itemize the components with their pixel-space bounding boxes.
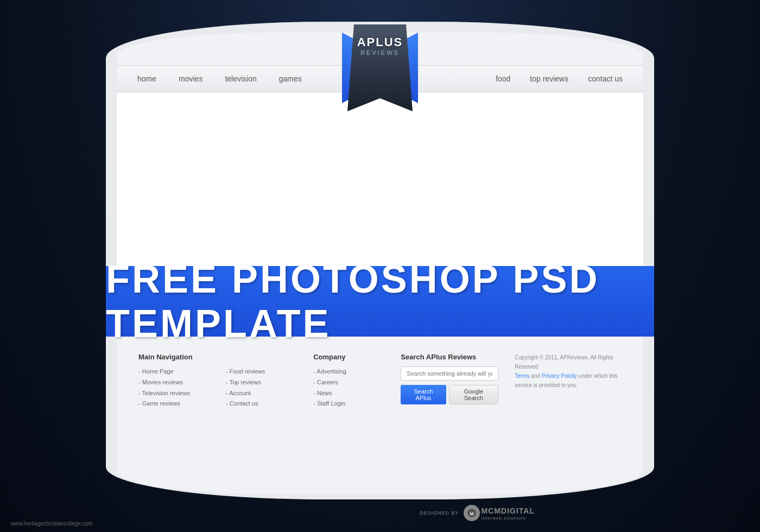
footer-link-home[interactable]: - Home Page: [138, 366, 210, 377]
nav-movies[interactable]: movies: [174, 72, 207, 86]
footer-company-sub-nav: x - Food reviews - Top reviews - Account…: [226, 353, 297, 409]
logo-text-area: APLUS REVIEWS: [353, 35, 407, 56]
mcm-logo: M MCMDIGITAL interweb solutions: [464, 505, 535, 521]
footer-link-games[interactable]: - Game reviews: [138, 398, 210, 409]
mcm-icon-svg: M: [467, 508, 477, 518]
mcm-text-block: MCMDIGITAL interweb solutions: [482, 506, 535, 521]
footer-link-television[interactable]: - Television reviews: [138, 388, 210, 399]
blue-banner: FREE PHOTOSHOP PSD TEMPLATE: [106, 266, 654, 337]
footer-search-buttons: Search APlus Google Search: [401, 385, 498, 404]
site-inner-top: APLUS REVIEWS home movies television gam…: [117, 33, 643, 266]
logo-container: APLUS REVIEWS: [342, 24, 418, 122]
footer-staff-login[interactable]: - Staff Login: [313, 398, 384, 409]
site-top-container: APLUS REVIEWS home movies television gam…: [106, 22, 654, 266]
footer-company: Company - Advertising - Careers - News -…: [313, 353, 384, 409]
footer-main-nav-title: Main Navigation: [138, 353, 210, 361]
logo-ribbon: APLUS REVIEWS: [342, 24, 418, 122]
search-aplus-button[interactable]: Search APlus: [401, 385, 446, 404]
nav-home[interactable]: home: [133, 72, 161, 86]
google-search-button[interactable]: Google Search: [449, 385, 499, 404]
nav-left: home movies television games: [133, 72, 306, 86]
terms-link[interactable]: Terms: [515, 373, 529, 379]
footer-link-top-reviews[interactable]: - Top reviews: [226, 377, 297, 388]
designed-by-label: DESIGNED BY: [420, 510, 459, 516]
privacy-link[interactable]: Privacy Polcity: [542, 373, 577, 379]
footer-link-food[interactable]: - Food reviews: [226, 366, 297, 377]
footer-advertising[interactable]: - Advertising: [313, 366, 384, 377]
nav-food[interactable]: food: [491, 72, 515, 86]
mcm-company-name: MCMDIGITAL: [482, 506, 535, 515]
bottom-container: Main Navigation - Home Page - Movies rev…: [106, 337, 654, 532]
nav-contact[interactable]: contact us: [584, 72, 627, 86]
mockup-wrapper: APLUS REVIEWS home movies television gam…: [106, 22, 654, 532]
banner-text: FREE PHOTOSHOP PSD TEMPLATE: [106, 257, 654, 346]
footer-search-input[interactable]: [401, 366, 498, 381]
mcm-icon: M: [464, 505, 480, 521]
footer-careers[interactable]: - Careers: [313, 377, 384, 388]
copyright-text: Copyright © 2011, APReviews. All Rights …: [515, 353, 622, 371]
nav-top-reviews[interactable]: top reviews: [525, 72, 573, 86]
svg-text:M: M: [470, 511, 473, 516]
nav-television[interactable]: television: [220, 72, 261, 86]
bottom-site: Main Navigation - Home Page - Movies rev…: [106, 337, 654, 499]
footer-search-title: Search APlus Reviews: [401, 353, 498, 361]
footer-link-movies[interactable]: - Movies reviews: [138, 377, 210, 388]
copyright-links: Terms and Privacy Polcity under which th…: [515, 371, 622, 390]
footer-content: Main Navigation - Home Page - Movies rev…: [117, 337, 643, 426]
footer-search-col: Search APlus Reviews Search APlus Google…: [401, 353, 498, 409]
footer-copyright: Copyright © 2011, APReviews. All Rights …: [515, 353, 622, 409]
footer-company-title: Company: [313, 353, 384, 361]
nav-games[interactable]: games: [275, 72, 306, 86]
footer-main-nav: Main Navigation - Home Page - Movies rev…: [138, 353, 210, 409]
bottom-branding: DESIGNED BY M MCMDIGITAL interweb soluti…: [420, 505, 535, 521]
footer-news[interactable]: - News: [313, 388, 384, 399]
logo-brand: APLUS: [353, 35, 407, 49]
mcm-subtitle: interweb solutions: [482, 516, 535, 521]
footer-link-account[interactable]: - Account: [226, 388, 297, 399]
bottom-url: www.heritagechristiancollege.com: [11, 521, 93, 527]
logo-tagline: REVIEWS: [353, 49, 407, 56]
nav-right: food top reviews contact us: [491, 72, 627, 86]
copyright-and: and: [531, 373, 541, 379]
bottom-inner: Main Navigation - Home Page - Movies rev…: [117, 337, 643, 494]
footer-link-contact[interactable]: - Contact us: [226, 398, 297, 409]
